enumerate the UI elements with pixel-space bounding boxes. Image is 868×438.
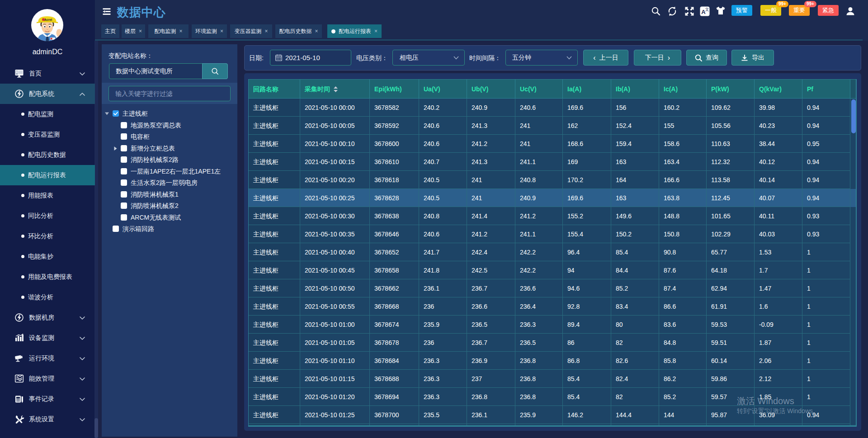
svg-text:文: 文 [705,7,709,12]
svg-text:Acrel: Acrel [44,18,52,21]
